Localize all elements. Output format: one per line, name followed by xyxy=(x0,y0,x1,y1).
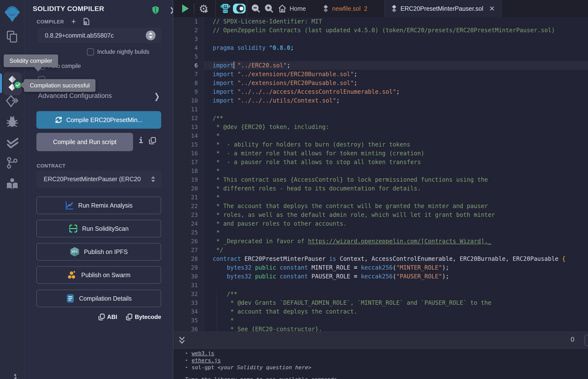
indent-guide xyxy=(217,299,217,307)
code-line-18[interactable]: 18 * xyxy=(173,167,588,175)
code-line-2[interactable]: 2// OpenZeppelin Contracts (last updated… xyxy=(173,26,588,35)
contract-select[interactable]: ERC20PresetMinterPauser (ERC20 xyxy=(36,171,161,188)
line-text xyxy=(204,281,588,290)
ethersjs-link[interactable]: ethers.js xyxy=(192,357,221,364)
code-line-5[interactable]: 5 xyxy=(173,52,588,61)
code-line-27[interactable]: 27 */ xyxy=(173,246,588,254)
code-line-21[interactable]: 21 * xyxy=(173,193,588,202)
code-line-8[interactable]: 8import "../extensions/ERC20Pausable.sol… xyxy=(173,79,588,87)
zoom-in-icon[interactable] xyxy=(264,0,274,17)
code-line-3[interactable]: 3 xyxy=(173,35,588,44)
terminal-listen-count: 0 xyxy=(571,336,574,343)
code-line-35[interactable]: 35 * xyxy=(173,316,588,325)
info-icon[interactable]: i xyxy=(139,136,143,145)
file-explorer-icon[interactable] xyxy=(0,30,24,44)
code-line-11[interactable]: 11 xyxy=(173,105,588,114)
publish-on-ipfs-button[interactable]: IPFS Publish on IPFS xyxy=(36,243,161,261)
code-line-31[interactable]: 31 xyxy=(173,281,588,290)
copy-abi-button[interactable]: ABI xyxy=(98,314,117,320)
add-compiler-icon[interactable]: + xyxy=(71,17,76,26)
run-script-play-button[interactable] xyxy=(181,0,189,17)
abi-bytecode-row: ABI Bytecode xyxy=(83,314,161,320)
close-tab-icon[interactable]: ✕ xyxy=(489,5,495,13)
code-line-23[interactable]: 23 * roles, as well as the default admin… xyxy=(173,210,588,219)
terminal-row: • sol-gpt <your Solidity question here> xyxy=(185,364,588,371)
code-line-17[interactable]: 17 * - a pauser role that allows to stop… xyxy=(173,158,588,167)
line-text xyxy=(204,52,588,61)
compiler-file-icon[interactable] xyxy=(82,17,90,25)
zoom-out-icon[interactable] xyxy=(251,0,261,17)
terminal-collapse-icon[interactable] xyxy=(178,335,186,346)
bullet-icon: • xyxy=(185,350,188,357)
code-line-13[interactable]: 13 * @dev {ERC20} token, including: xyxy=(173,123,588,131)
plugin-manager-icon[interactable] xyxy=(0,372,24,379)
bullet-icon: • xyxy=(185,357,188,364)
publish-on-swarm-button[interactable]: Publish on Swarm xyxy=(36,266,161,284)
git-icon[interactable] xyxy=(0,156,24,170)
compile-and-run-button[interactable]: Compile and Run script xyxy=(36,133,133,151)
code-line-30[interactable]: 30 bytes32 public constant PAUSER_ROLE =… xyxy=(173,272,588,281)
code-line-14[interactable]: 14 * xyxy=(173,131,588,140)
terminal-search-box-partial[interactable] xyxy=(585,335,588,346)
code-line-4[interactable]: 4pragma solidity ^0.8.0; xyxy=(173,44,588,52)
run-solidityscan-button[interactable]: Run SolidityScan xyxy=(36,220,161,237)
script-config-gear-icon[interactable]: ⚙▶ xyxy=(199,0,208,17)
code-line-10[interactable]: 10import "../../../utils/Context.sol"; xyxy=(173,96,588,105)
code-line-24[interactable]: 24 * and pauser roles to other accounts. xyxy=(173,219,588,228)
code-line-22[interactable]: 22 * The account that deploys the contra… xyxy=(173,202,588,210)
copy-script-icon[interactable] xyxy=(149,137,156,144)
code-line-6[interactable]: 6import "../ERC20.sol"; xyxy=(173,61,588,70)
code-line-15[interactable]: 15 * - ability for holders to burn (dest… xyxy=(173,140,588,149)
line-number: 2 xyxy=(173,26,204,35)
code-line-29[interactable]: 29 bytes32 public constant MINTER_ROLE =… xyxy=(173,263,588,272)
compilation-details-button[interactable]: Compilation Details xyxy=(36,290,161,307)
copy-bytecode-button[interactable]: Bytecode xyxy=(126,314,161,320)
code-line-9[interactable]: 9import "../../../access/AccessControlEn… xyxy=(173,87,588,96)
tab-home[interactable]: Home xyxy=(278,0,306,17)
line-number: 28 xyxy=(173,254,204,263)
code-line-25[interactable]: 25 * xyxy=(173,228,588,237)
line-text: import "../ERC20.sol"; xyxy=(204,61,588,70)
line-number: 11 xyxy=(173,105,204,114)
deploy-and-run-icon[interactable] xyxy=(0,95,24,108)
swarm-icon xyxy=(67,270,77,280)
code-line-20[interactable]: 20 * different roles - head to its docum… xyxy=(173,184,588,193)
compile-button[interactable]: Compile ERC20PresetMin... xyxy=(36,111,161,129)
line-text: bytes32 public constant PAUSER_ROLE = ke… xyxy=(204,272,588,281)
ai-toggle-switch[interactable] xyxy=(232,0,246,17)
line-text: /** xyxy=(204,114,588,123)
shield-icon[interactable] xyxy=(152,6,159,14)
code-line-16[interactable]: 16 * - a minter role that allows for tok… xyxy=(173,149,588,158)
refresh-icon xyxy=(55,116,62,124)
tab-erc20presetminterpauser[interactable]: ERC20PresetMinterPauser.sol ✕ xyxy=(384,0,502,17)
code-line-28[interactable]: 28contract ERC20PresetMinterPauser is Co… xyxy=(173,254,588,263)
code-line-33[interactable]: 33 * @dev Grants `DEFAULT_ADMIN_ROLE`, `… xyxy=(173,299,588,307)
debugger-icon[interactable] xyxy=(0,115,24,128)
code-line-7[interactable]: 7import "../extensions/ERC20Burnable.sol… xyxy=(173,70,588,79)
web3js-link[interactable]: web3.js xyxy=(192,350,214,357)
code-line-26[interactable]: 26 * _Deprecated in favor of https://wiz… xyxy=(173,237,588,246)
line-text: * xyxy=(204,228,588,237)
learneth-icon[interactable] xyxy=(0,177,24,191)
code-line-12[interactable]: 12/** xyxy=(173,114,588,123)
line-text: * @dev {ERC20} token, including: xyxy=(204,123,588,131)
code-line-32[interactable]: 32 /** xyxy=(173,290,588,299)
toolbar-group-divider xyxy=(247,0,247,17)
line-number: 16 xyxy=(173,149,204,158)
line-text: // OpenZeppelin Contracts (last updated … xyxy=(204,26,588,35)
ai-assistant-robot-icon[interactable] xyxy=(220,0,231,17)
terminal-content: • web3.js • ethers.js • sol-gpt <your So… xyxy=(173,349,588,379)
line-text: * roles, as well as the default admin ro… xyxy=(204,210,588,219)
nightly-builds-checkbox[interactable] xyxy=(87,48,94,55)
tab-newfile[interactable]: newfile.sol 2 xyxy=(323,0,368,17)
remix-logo-icon[interactable] xyxy=(0,5,24,22)
run-remix-analysis-button[interactable]: Run Remix Analysis xyxy=(36,197,161,214)
compiler-version-select[interactable]: 0.8.29+commit.ab55807c xyxy=(38,28,161,43)
advanced-configurations-label[interactable]: Advanced Configurations xyxy=(38,92,112,100)
code-line-19[interactable]: 19 * This contract uses {AccessControl} … xyxy=(173,175,588,184)
code-line-1[interactable]: 1// SPDX-License-Identifier: MIT xyxy=(173,17,588,26)
panel-editor-divider[interactable] xyxy=(173,0,173,379)
code-line-34[interactable]: 34 * account that deploys the contract. xyxy=(173,307,588,316)
unit-testing-icon[interactable] xyxy=(0,137,24,151)
advanced-expand-icon[interactable]: ❯ xyxy=(154,92,160,101)
